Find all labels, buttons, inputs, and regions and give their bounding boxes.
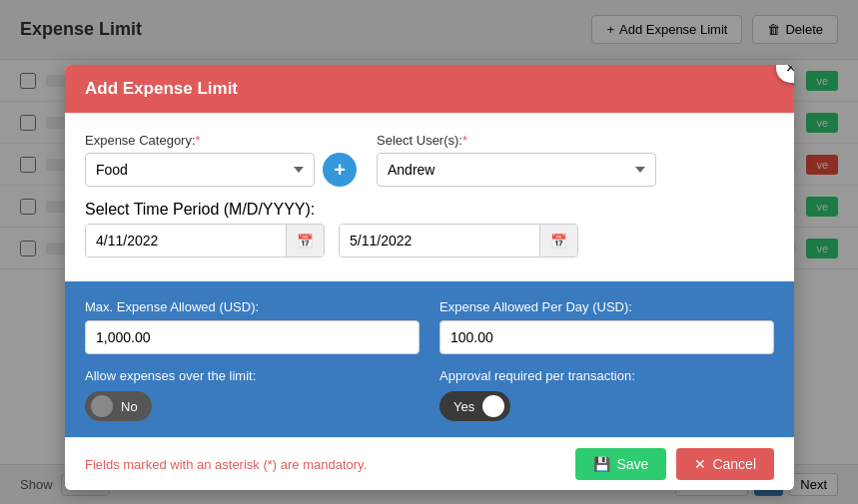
date-to-calendar-button[interactable]: 📅 bbox=[539, 225, 577, 256]
toggle-knob-yes bbox=[482, 395, 504, 417]
per-day-input[interactable] bbox=[439, 320, 774, 354]
approval-toggle[interactable]: Yes bbox=[439, 391, 510, 421]
select-users-select[interactable]: Andrew bbox=[377, 153, 656, 187]
footer-buttons: 💾 Save ✕ Cancel bbox=[575, 448, 774, 480]
required-asterisk: * bbox=[196, 133, 201, 148]
time-period-group: Select Time Period (M/D/YYYY): 📅 📅 bbox=[85, 201, 578, 257]
save-label: Save bbox=[616, 456, 648, 472]
max-expense-group: Max. Expense Allowed (USD): bbox=[85, 299, 420, 354]
approval-label: Approval required per transaction: bbox=[439, 368, 774, 383]
mandatory-note: Fields marked with an asterisk (*) are m… bbox=[85, 457, 367, 472]
modal-title: Add Expense Limit bbox=[85, 79, 238, 99]
max-expense-input[interactable] bbox=[85, 320, 420, 354]
close-icon: × bbox=[786, 65, 794, 77]
add-category-button[interactable]: + bbox=[323, 153, 357, 187]
toggle-row: Allow expenses over the limit: No Approv… bbox=[85, 368, 774, 421]
allow-over-toggle[interactable]: No bbox=[85, 391, 152, 421]
expense-category-label: Expense Category:* bbox=[85, 133, 357, 148]
approval-group: Approval required per transaction: Yes bbox=[439, 368, 774, 421]
date-from-wrapper: 📅 bbox=[85, 224, 325, 257]
select-users-group: Select User(s):* Andrew bbox=[377, 133, 656, 187]
date-inputs: 📅 📅 bbox=[85, 224, 578, 257]
modal-header: Add Expense Limit × bbox=[65, 65, 794, 113]
modal-footer: Fields marked with an asterisk (*) are m… bbox=[65, 437, 794, 490]
required-asterisk: * bbox=[462, 133, 467, 148]
approval-toggle-label: Yes bbox=[453, 399, 474, 414]
calendar-icon: 📅 bbox=[297, 234, 314, 249]
modal-blue-section: Max. Expense Allowed (USD): Expense Allo… bbox=[65, 281, 794, 437]
blue-row-1: Max. Expense Allowed (USD): Expense Allo… bbox=[85, 299, 774, 354]
toggle-knob bbox=[91, 395, 113, 417]
date-to-input[interactable] bbox=[340, 225, 539, 256]
expense-category-select-wrapper: Food + bbox=[85, 153, 357, 187]
max-expense-label: Max. Expense Allowed (USD): bbox=[85, 299, 420, 314]
form-row-2: Select Time Period (M/D/YYYY): 📅 📅 bbox=[85, 201, 774, 257]
date-to-wrapper: 📅 bbox=[339, 224, 578, 257]
modal-close-button[interactable]: × bbox=[776, 65, 794, 83]
add-expense-limit-modal: Add Expense Limit × Expense Category:* F… bbox=[65, 65, 794, 490]
save-button[interactable]: 💾 Save bbox=[575, 448, 666, 480]
cancel-icon: ✕ bbox=[694, 456, 706, 472]
time-period-label: Select Time Period (M/D/YYYY): bbox=[85, 201, 578, 219]
select-users-label: Select User(s):* bbox=[377, 133, 656, 148]
calendar-icon: 📅 bbox=[550, 234, 567, 249]
cancel-label: Cancel bbox=[712, 456, 756, 472]
per-day-group: Expense Allowed Per Day (USD): bbox=[439, 299, 774, 354]
expense-category-select[interactable]: Food bbox=[85, 153, 315, 187]
plus-icon: + bbox=[334, 159, 346, 182]
date-from-calendar-button[interactable]: 📅 bbox=[286, 225, 324, 256]
allow-over-toggle-label: No bbox=[121, 399, 138, 414]
cancel-button[interactable]: ✕ Cancel bbox=[676, 448, 774, 480]
page-background: Expense Limit + Add Expense Limit 🗑 Dele… bbox=[0, 0, 858, 504]
date-from-input[interactable] bbox=[86, 225, 286, 256]
form-row-1: Expense Category:* Food + Select User(s)… bbox=[85, 133, 774, 187]
save-icon: 💾 bbox=[593, 456, 610, 472]
allow-over-group: Allow expenses over the limit: No bbox=[85, 368, 420, 421]
per-day-label: Expense Allowed Per Day (USD): bbox=[439, 299, 774, 314]
allow-over-label: Allow expenses over the limit: bbox=[85, 368, 420, 383]
modal-white-section: Expense Category:* Food + Select User(s)… bbox=[65, 113, 794, 281]
expense-category-group: Expense Category:* Food + bbox=[85, 133, 357, 187]
